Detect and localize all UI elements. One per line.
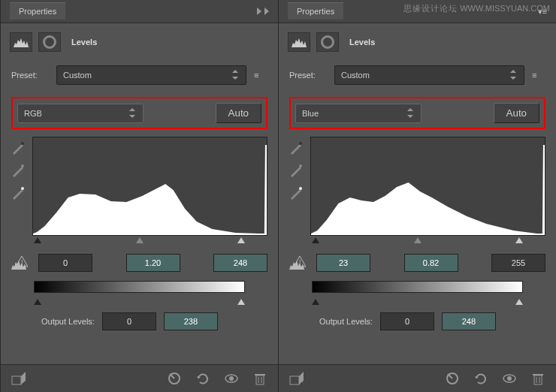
gray-point-eyedropper-icon[interactable] (289, 164, 303, 177)
svg-point-19 (507, 376, 512, 381)
preset-dropdown[interactable]: Custom (334, 65, 524, 85)
levels-icon (288, 32, 310, 52)
levels-icon (10, 32, 32, 52)
gamma-slider[interactable] (136, 237, 144, 243)
auto-button[interactable]: Auto (494, 103, 539, 123)
clip-icon[interactable] (11, 372, 26, 385)
input-black-field[interactable]: 0 (38, 254, 92, 272)
output-black-slider[interactable] (312, 299, 319, 305)
trash-icon[interactable] (530, 372, 545, 385)
output-gradient[interactable] (34, 281, 245, 293)
svg-point-1 (21, 164, 24, 167)
svg-point-12 (299, 142, 302, 145)
svg-point-14 (299, 187, 302, 190)
gamma-slider[interactable] (414, 237, 422, 243)
svg-rect-9 (255, 374, 265, 375)
svg-text:!: ! (21, 258, 23, 266)
preset-menu-icon[interactable]: ≡ (532, 71, 545, 80)
trash-icon[interactable] (252, 372, 267, 385)
panel-footer (279, 364, 556, 392)
mask-icon[interactable] (316, 32, 339, 52)
svg-rect-8 (256, 375, 264, 384)
svg-text:!: ! (299, 258, 301, 266)
output-white-field[interactable]: 238 (164, 312, 218, 330)
mask-icon[interactable] (38, 32, 61, 52)
output-levels-label: Output Levels: (319, 317, 373, 326)
output-gradient[interactable] (312, 281, 523, 293)
adjustment-title: Levels (349, 38, 375, 47)
panel-footer (1, 364, 278, 392)
input-gamma-field[interactable]: 1.20 (126, 254, 180, 272)
white-point-eyedropper-icon[interactable] (11, 186, 25, 200)
white-point-eyedropper-icon[interactable] (289, 186, 303, 200)
clip-icon[interactable] (289, 372, 304, 385)
input-gamma-field[interactable]: 0.82 (404, 254, 458, 272)
svg-rect-4 (12, 376, 21, 384)
white-slider[interactable] (515, 237, 523, 243)
histogram[interactable] (310, 137, 545, 236)
output-levels-label: Output Levels: (41, 317, 95, 326)
output-black-slider[interactable] (34, 299, 41, 305)
output-black-field[interactable]: 0 (102, 312, 156, 330)
black-slider[interactable] (312, 237, 319, 243)
channel-row-highlight: Blue Auto (289, 97, 545, 129)
preset-menu-icon[interactable]: ≡ (254, 71, 267, 80)
svg-rect-21 (533, 374, 543, 375)
input-white-field[interactable]: 248 (213, 254, 267, 272)
gray-point-eyedropper-icon[interactable] (11, 164, 25, 177)
output-white-slider[interactable] (237, 299, 245, 305)
input-white-field[interactable]: 255 (491, 254, 545, 272)
svg-point-7 (229, 376, 234, 381)
reset-icon[interactable] (473, 372, 488, 385)
auto-button[interactable]: Auto (216, 103, 261, 123)
histogram-warning-icon: ! (11, 256, 28, 270)
svg-point-2 (21, 187, 24, 190)
watermark: 思缘设计论坛 WWW.MISSYUAN.COM (403, 3, 550, 14)
properties-panel-rgb: Properties Levels Preset: Custom ≡ RGB A… (0, 0, 278, 392)
white-slider[interactable] (237, 237, 245, 243)
svg-point-0 (21, 142, 24, 145)
previous-state-icon[interactable] (167, 372, 182, 385)
svg-point-13 (299, 164, 302, 167)
svg-rect-20 (534, 375, 542, 384)
black-point-eyedropper-icon[interactable] (289, 141, 303, 155)
previous-state-icon[interactable] (445, 372, 460, 385)
channel-dropdown[interactable]: RGB (17, 104, 144, 123)
preset-label: Preset: (11, 71, 49, 80)
visibility-icon[interactable] (224, 372, 239, 385)
preset-dropdown[interactable]: Custom (56, 65, 246, 85)
properties-tab[interactable]: Properties (288, 2, 343, 20)
properties-panel-blue: Properties ▾≡ Levels Preset: Custom ≡ Bl… (278, 0, 556, 392)
channel-dropdown[interactable]: Blue (295, 104, 422, 123)
output-white-slider[interactable] (515, 299, 523, 305)
output-black-field[interactable]: 0 (380, 312, 434, 330)
properties-tab[interactable]: Properties (10, 2, 65, 20)
panel-header: Properties (1, 0, 278, 23)
black-slider[interactable] (34, 237, 41, 243)
visibility-icon[interactable] (502, 372, 517, 385)
channel-row-highlight: RGB Auto (11, 97, 267, 129)
svg-rect-16 (290, 376, 299, 384)
histogram[interactable] (32, 137, 267, 236)
adjustment-title: Levels (71, 38, 97, 47)
reset-icon[interactable] (195, 372, 210, 385)
output-white-field[interactable]: 248 (442, 312, 496, 330)
histogram-warning-icon: ! (289, 256, 306, 270)
collapse-icon[interactable] (257, 8, 269, 15)
preset-label: Preset: (289, 71, 327, 80)
input-black-field[interactable]: 23 (316, 254, 370, 272)
black-point-eyedropper-icon[interactable] (11, 141, 25, 155)
